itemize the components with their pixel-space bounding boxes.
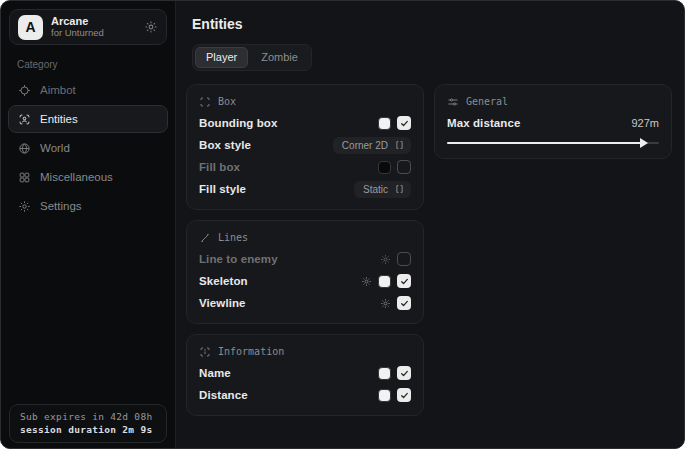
general-panel: General Max distance 927m bbox=[434, 84, 672, 159]
color-swatch[interactable] bbox=[378, 367, 391, 380]
grid-icon bbox=[18, 171, 31, 184]
setting-row-line-to-enemy: Line to enemy bbox=[199, 248, 411, 270]
screenshot: A Arcane for Unturned Category Aimbot bbox=[0, 0, 685, 449]
selector-icon bbox=[395, 184, 404, 194]
sidebar-item-world[interactable]: World bbox=[8, 134, 168, 162]
slider-thumb-arrow-icon[interactable] bbox=[640, 138, 648, 148]
info-scan-icon bbox=[199, 346, 211, 358]
panel-title: Information bbox=[218, 346, 284, 357]
app-window: A Arcane for Unturned Category Aimbot bbox=[0, 0, 685, 449]
setting-row-viewline: Viewline bbox=[199, 292, 411, 314]
color-swatch[interactable] bbox=[378, 275, 391, 288]
checkbox-checked[interactable] bbox=[397, 274, 411, 288]
color-swatch[interactable] bbox=[378, 389, 391, 402]
tab-zombie[interactable]: Zombie bbox=[250, 47, 309, 68]
color-swatch[interactable] bbox=[378, 117, 391, 130]
selector-icon bbox=[395, 140, 404, 150]
sidebar-item-settings[interactable]: Settings bbox=[8, 192, 168, 220]
row-settings-gear-icon[interactable] bbox=[380, 298, 391, 309]
setting-row-skeleton: Skeleton bbox=[199, 270, 411, 292]
subscription-info-card: Sub expires in 42d 08h session duration … bbox=[9, 404, 167, 443]
checkbox-checked[interactable] bbox=[397, 366, 411, 380]
fill-style-dropdown[interactable]: Static bbox=[354, 181, 411, 198]
checkbox-unchecked[interactable] bbox=[397, 252, 411, 266]
sidebar-item-label: Aimbot bbox=[40, 84, 76, 96]
panel-title: Lines bbox=[218, 232, 248, 243]
sidebar-item-aimbot[interactable]: Aimbot bbox=[8, 76, 168, 104]
sidebar: A Arcane for Unturned Category Aimbot bbox=[1, 1, 176, 448]
color-swatch[interactable] bbox=[378, 161, 391, 174]
setting-row-max-distance: Max distance 927m bbox=[447, 112, 659, 134]
crosshair-icon bbox=[18, 84, 31, 97]
brand-card: A Arcane for Unturned bbox=[9, 9, 167, 45]
setting-row-fill-style: Fill style Static bbox=[199, 178, 411, 200]
lines-panel: Lines Line to enemy Skeleton bbox=[186, 220, 424, 324]
sidebar-item-miscellaneous[interactable]: Miscellaneous bbox=[8, 163, 168, 191]
checkbox-checked[interactable] bbox=[397, 116, 411, 130]
sub-expiry-text: Sub expires in 42d 08h bbox=[20, 411, 156, 422]
max-distance-slider[interactable] bbox=[447, 137, 659, 149]
gear-icon bbox=[18, 200, 31, 213]
checkbox-unchecked[interactable] bbox=[397, 160, 411, 174]
box-style-dropdown[interactable]: Corner 2D bbox=[333, 137, 411, 154]
row-settings-gear-icon[interactable] bbox=[380, 254, 391, 265]
globe-icon bbox=[18, 142, 31, 155]
brand-subtitle: for Unturned bbox=[51, 28, 104, 39]
session-duration-text: session duration 2m 9s bbox=[20, 424, 156, 435]
setting-row-bounding-box: Bounding box bbox=[199, 112, 411, 134]
entities-scan-icon bbox=[18, 113, 31, 126]
sliders-icon bbox=[447, 96, 459, 108]
max-distance-value: 927m bbox=[631, 117, 659, 129]
checkbox-checked[interactable] bbox=[397, 296, 411, 310]
checkbox-checked[interactable] bbox=[397, 388, 411, 402]
row-settings-gear-icon[interactable] bbox=[361, 276, 372, 287]
setting-row-box-style: Box style Corner 2D bbox=[199, 134, 411, 156]
brand-logo: A bbox=[18, 15, 43, 40]
entity-tabbar: Player Zombie bbox=[192, 44, 312, 71]
diagonal-line-icon bbox=[199, 232, 211, 244]
setting-row-fill-box: Fill box bbox=[199, 156, 411, 178]
panel-title: Box bbox=[218, 96, 236, 107]
information-panel: Information Name Distance bbox=[186, 334, 424, 416]
panel-title: General bbox=[466, 96, 508, 107]
main-area: Entities Player Zombie Box Bounding box bbox=[176, 1, 685, 448]
slider-fill bbox=[447, 142, 644, 144]
sidebar-nav: Aimbot Entities World Miscellaneous bbox=[1, 76, 175, 220]
tab-player[interactable]: Player bbox=[195, 47, 248, 68]
setting-row-name: Name bbox=[199, 362, 411, 384]
sidebar-item-label: Settings bbox=[40, 200, 82, 212]
sidebar-item-label: World bbox=[40, 142, 70, 154]
sidebar-item-label: Entities bbox=[40, 113, 78, 125]
scan-brackets-icon bbox=[199, 96, 211, 108]
category-label: Category bbox=[17, 59, 175, 70]
sidebar-item-entities[interactable]: Entities bbox=[8, 105, 168, 133]
sidebar-item-label: Miscellaneous bbox=[40, 171, 113, 183]
box-panel: Box Bounding box Box style bbox=[186, 84, 424, 210]
brand-name: Arcane bbox=[51, 15, 104, 28]
page-title: Entities bbox=[192, 16, 672, 32]
setting-row-distance: Distance bbox=[199, 384, 411, 406]
settings-gear-icon[interactable] bbox=[144, 20, 158, 34]
